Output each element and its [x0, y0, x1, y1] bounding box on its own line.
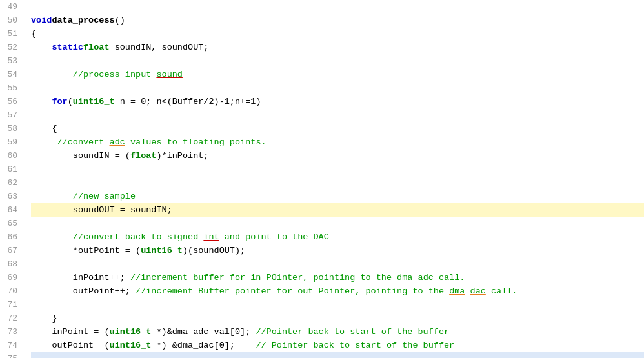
code-line: //convert back to signed int and point t… — [31, 230, 644, 244]
code-line: inPoint++; //increment buffer for in POi… — [31, 271, 644, 284]
code-line: *outPoint = (uint16_t)(soundOUT); — [31, 244, 644, 257]
code-line: outPoint++; //increment Buffer pointer f… — [31, 284, 644, 298]
code-line: soundIN = (float)*inPoint; — [31, 149, 644, 163]
code-line — [31, 352, 644, 358]
code-line — [31, 176, 644, 190]
code-line — [31, 81, 644, 95]
code-line: soundOUT = soundIN; — [31, 203, 644, 217]
code-line — [31, 163, 644, 176]
code-line — [31, 257, 644, 271]
code-line: //convert adc values to floating points. — [31, 135, 644, 149]
line-numbers: 49 50 51 52 53 54 55 56 57 58 59 60 61 6… — [0, 0, 23, 358]
code-line — [31, 298, 644, 312]
code-line: { — [31, 27, 644, 41]
code-line: } — [31, 312, 644, 325]
code-editor: 49 50 51 52 53 54 55 56 57 58 59 60 61 6… — [0, 0, 644, 358]
code-line: { — [31, 122, 644, 135]
code-line: //process input sound — [31, 68, 644, 81]
code-line — [31, 217, 644, 230]
code-line — [31, 0, 644, 14]
code-line: //new sample — [31, 190, 644, 203]
code-line — [31, 108, 644, 122]
code-line: inPoint = (uint16_t *)&dma_adc_val[0]; /… — [31, 325, 644, 339]
code-area[interactable]: void data_process(){ static float soundI… — [23, 0, 644, 358]
code-line: void data_process() — [31, 14, 644, 27]
code-line: outPoint =(uint16_t *) &dma_dac[0]; // P… — [31, 339, 644, 352]
code-line — [31, 54, 644, 68]
code-line: for(uint16_t n = 0; n<(Buffer/2)-1;n+=1) — [31, 95, 644, 108]
code-line: static float soundIN, soundOUT; — [31, 41, 644, 54]
